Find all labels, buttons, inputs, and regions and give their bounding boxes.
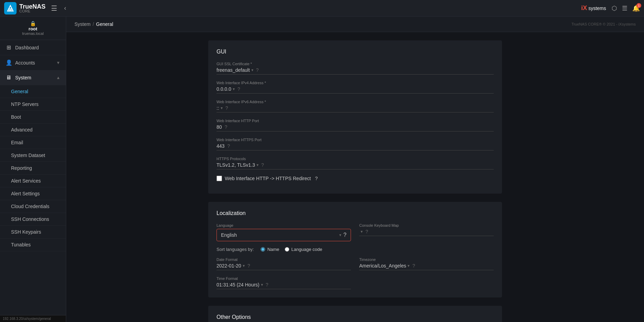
sidebar-item-dashboard[interactable]: ⊞ Dashboard (0, 40, 66, 55)
ipv4-arrow-icon: ▾ (233, 87, 235, 91)
sort-name-radio[interactable] (261, 247, 265, 252)
hamburger-button[interactable]: ☰ (50, 3, 59, 14)
date-format-field-group: Date Format 2022-01-20 ▾ ? (217, 257, 351, 270)
language-select[interactable]: English (221, 232, 338, 238)
form-container: GUI GUI SSL Certificate * freenas_defaul… (200, 40, 510, 322)
language-field-group: Language English ▾ ? (217, 223, 351, 241)
date-format-value: 2022-01-20 (217, 263, 241, 269)
console-kb-help-icon[interactable]: ? (365, 229, 368, 234)
date-format-arrow-icon: ▾ (243, 263, 245, 268)
user-section: 🔒 root truenas.local (0, 17, 66, 40)
sidebar-item-tunables[interactable]: Tunables (0, 238, 66, 251)
sidebar-item-accounts[interactable]: 👤 Accounts ▼ (0, 55, 66, 70)
sidebar-item-reporting[interactable]: Reporting (0, 162, 66, 175)
ssl-cert-arrow-icon: ▾ (251, 68, 253, 72)
sidebar-item-ssh-connections[interactable]: SSH Connections (0, 213, 66, 226)
date-format-help-icon[interactable]: ? (248, 263, 250, 269)
ipv6-help-icon[interactable]: ? (225, 105, 228, 111)
language-label: Language (217, 223, 351, 227)
ipv4-help-icon[interactable]: ? (238, 86, 240, 92)
ssl-cert-input-wrap: freenas_default ▾ ? (217, 67, 494, 75)
ipv6-arrow-icon: ▾ (221, 106, 223, 110)
sidebar-item-ntp[interactable]: NTP Servers (0, 98, 66, 111)
other-options-title: Other Options (217, 314, 494, 320)
sort-name-option: Name (261, 247, 279, 252)
timezone-field-group: Timezone America/Los_Angeles ▾ ? (359, 257, 494, 270)
sidebar-item-email[interactable]: Email (0, 136, 66, 149)
sidebar-item-ssh-keypairs[interactable]: SSH Keypairs (0, 226, 66, 238)
http-port-help-icon[interactable]: ? (225, 124, 228, 130)
back-button[interactable]: ‹ (63, 3, 68, 13)
https-port-help-icon[interactable]: ? (227, 143, 230, 149)
https-protocols-label: HTTPS Protocols (217, 157, 494, 161)
time-format-spacer (359, 276, 494, 289)
system-icon: 🖥 (6, 75, 12, 81)
sidebar-system-label: System (15, 75, 31, 80)
localization-top-row: Language English ▾ ? (217, 223, 494, 241)
language-field-wrap: English ▾ ? (217, 229, 351, 241)
localization-section: Localization Language English ▾ ? (208, 202, 502, 297)
language-field-inner: English ▾ ? (221, 232, 346, 238)
topbar-left: TrueNAS CORE ☰ ‹ (4, 2, 68, 14)
sidebar-accounts-label: Accounts (15, 60, 35, 66)
https-protocols-value: TLSv1.2, TLSv1.3 (217, 162, 255, 168)
console-kb-input-wrap: ▾ ? (359, 229, 494, 236)
sidebar-item-boot[interactable]: Boot (0, 111, 66, 124)
language-help-icon[interactable]: ? (343, 232, 346, 238)
sidebar-item-cloud-creds[interactable]: Cloud Credentials (0, 200, 66, 213)
ssl-cert-value: freenas_default (217, 67, 250, 73)
sidebar-item-advanced[interactable]: Advanced (0, 124, 66, 136)
dashboard-icon: ⊞ (6, 44, 12, 51)
systems-text: systems (588, 6, 606, 11)
http-port-label: Web Interface HTTP Port (217, 119, 494, 123)
topbar-icons: ⬡ ☰ 🔔 1 (612, 4, 640, 12)
time-format-help-icon[interactable]: ? (266, 282, 269, 287)
ipv4-value: 0.0.0.0 (217, 86, 231, 92)
ipv6-input-wrap: :: ▾ ? (217, 105, 494, 113)
ixsystems-logo: iX systems (581, 4, 606, 12)
sidebar-item-alert-settings[interactable]: Alert Settings (0, 187, 66, 200)
sidebar-item-system[interactable]: 🖥 System ▲ (0, 70, 66, 85)
http-port-value: 80 (217, 124, 222, 130)
redirect-checkbox-row: Web Interface HTTP -> HTTPS Redirect ? (217, 176, 494, 181)
url-bar: 192.168.3.20/ui/system/general (0, 315, 66, 322)
sidebar-item-system-dataset[interactable]: System Dataset (0, 149, 66, 162)
ipv6-label: Web Interface IPv6 Address * (217, 100, 494, 104)
breadcrumb-current: General (96, 21, 113, 27)
console-kb-arrow-icon: ▾ (361, 229, 363, 234)
notifications-button[interactable]: 🔔 1 (632, 4, 640, 12)
redirect-help-icon[interactable]: ? (315, 176, 318, 181)
tasks-icon-button[interactable]: ☰ (622, 4, 627, 12)
breadcrumb-separator: / (93, 21, 94, 27)
sort-languages-row: Sort languages by: Name Language code (217, 247, 494, 252)
timezone-arrow-icon: ▾ (407, 263, 410, 268)
timezone-help-icon[interactable]: ? (412, 263, 415, 269)
language-arrow-icon: ▾ (339, 233, 341, 237)
username: root (6, 26, 60, 31)
copyright-text: TrueNAS CORE® © 2021 - iXsystems (572, 22, 636, 26)
layers-icon-button[interactable]: ⬡ (612, 4, 617, 12)
sidebar-item-general[interactable]: General (0, 85, 66, 98)
notification-badge: 1 (636, 3, 641, 8)
time-format-label: Time Format (217, 276, 351, 281)
ssl-cert-label: GUI SSL Certificate * (217, 62, 494, 66)
http-port-input-wrap: 80 ? (217, 124, 494, 131)
ssl-cert-row: GUI SSL Certificate * freenas_default ▾ … (217, 62, 494, 75)
content-area: System / General TrueNAS CORE® © 2021 - … (66, 17, 644, 322)
date-format-input-wrap: 2022-01-20 ▾ ? (217, 263, 351, 270)
redirect-checkbox[interactable] (217, 176, 222, 181)
https-port-value: 443 (217, 143, 224, 149)
timezone-label: Timezone (359, 257, 494, 262)
sidebar-dashboard-label: Dashboard (15, 45, 39, 50)
lock-icon: 🔒 (6, 21, 60, 26)
sidebar-item-alert-services[interactable]: Alert Services (0, 175, 66, 187)
timezone-input-wrap: America/Los_Angeles ▾ ? (359, 263, 494, 270)
main-layout: 🔒 root truenas.local ⊞ Dashboard 👤 Accou… (0, 17, 644, 322)
logo: TrueNAS CORE (4, 2, 46, 14)
ssl-cert-help-icon[interactable]: ? (256, 67, 259, 73)
sort-code-radio[interactable] (285, 247, 289, 252)
https-protocols-help-icon[interactable]: ? (261, 162, 264, 168)
https-port-input-wrap: 443 ? (217, 143, 494, 150)
sort-name-label: Name (267, 247, 279, 252)
localization-bottom-row: Date Format 2022-01-20 ▾ ? Timezone Amer… (217, 257, 494, 270)
